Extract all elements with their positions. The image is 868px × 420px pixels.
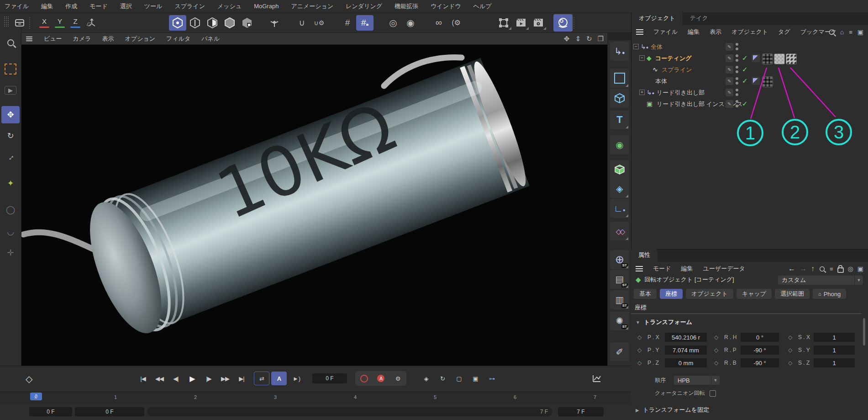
attr-filter-icon[interactable]: ≡	[830, 266, 833, 272]
sound-button[interactable]: ►	[289, 372, 304, 385]
volume-snap-button[interactable]	[610, 160, 629, 179]
keying-settings-button[interactable]: ⚙	[390, 372, 405, 385]
disabled-circle-tool-button[interactable]: ◯	[1, 201, 20, 218]
vp-menu-view[interactable]: ビュー	[44, 35, 62, 43]
quantize-toggle-button[interactable]: #🔒︎	[356, 15, 374, 31]
sz-field[interactable]: 1	[814, 358, 855, 367]
key-diamond-icon[interactable]: ◇	[714, 334, 718, 340]
py-field[interactable]: 7.074 mm	[665, 346, 707, 355]
next-key-button[interactable]: ▶▶	[217, 372, 233, 385]
maximize-view-icon[interactable]: ❐	[598, 35, 604, 43]
vp-menu-panel[interactable]: パネル	[201, 35, 220, 43]
menu-help[interactable]: ヘルプ	[473, 2, 492, 11]
quaternion-checkbox[interactable]	[710, 390, 716, 397]
autokey-record-button[interactable]: A	[373, 372, 389, 385]
order-dropdown[interactable]: HPB ▼	[674, 376, 720, 385]
axis-y-button[interactable]: Y	[52, 16, 68, 30]
menu-extensions[interactable]: 機能拡張	[395, 2, 418, 11]
workplane-mode-button[interactable]: ↳●	[610, 42, 629, 61]
zoom-tool-button[interactable]	[1, 34, 20, 51]
vp-menu-camera[interactable]: カメラ	[73, 35, 91, 43]
render-settings-button[interactable]	[530, 15, 547, 31]
pz-field[interactable]: 0 mm	[665, 358, 707, 367]
axis-lock-button[interactable]: ✛	[1, 244, 20, 261]
attr-menu-mode[interactable]: モード	[653, 265, 671, 273]
tweak-tool-button[interactable]: ✦	[1, 175, 20, 192]
polygons-mode-button[interactable]	[204, 15, 221, 31]
freeze-group-header[interactable]: ▶ トランスフォームを固定	[636, 406, 709, 414]
disabled-curve-tool-button[interactable]: ◡	[1, 223, 20, 240]
tab-coordinates[interactable]: 座標	[660, 289, 683, 299]
render-region-button[interactable]	[495, 15, 512, 31]
edges-mode-button[interactable]	[186, 15, 204, 31]
timeline-layout-button[interactable]	[589, 372, 605, 385]
sy-field[interactable]: 1	[814, 346, 855, 355]
live-selection-button[interactable]	[1, 60, 20, 78]
loop-start-field[interactable]: 0 F	[75, 407, 144, 416]
goto-end-button[interactable]: ▶|	[234, 372, 249, 385]
mirror-tool-button[interactable]: ◇◇	[610, 222, 629, 241]
axis-x-button[interactable]: X	[37, 16, 52, 30]
current-frame-field[interactable]: 0 F	[312, 373, 347, 383]
rb-field[interactable]: -90 °	[741, 358, 779, 367]
lock-icon[interactable]	[837, 267, 844, 273]
menu-tools[interactable]: ツール	[144, 2, 163, 11]
point-snap-button[interactable]: ◉	[610, 135, 629, 154]
polygon-snap-button[interactable]: ◈	[610, 179, 629, 198]
menu-file[interactable]: ファイル	[5, 2, 29, 11]
tab-object[interactable]: オブジェクト	[686, 289, 733, 299]
key-diamond-icon[interactable]: ◇	[788, 360, 792, 366]
dolly-view-icon[interactable]: ⇕	[575, 35, 581, 43]
enable-axis-button[interactable]	[266, 15, 283, 31]
goto-start-button[interactable]: |◀	[135, 372, 151, 385]
record-button[interactable]	[356, 372, 372, 385]
timeline-range-slider[interactable]: 7 F	[147, 407, 552, 416]
snap-enable-button[interactable]: ∪	[293, 15, 310, 31]
coordinate-system-button[interactable]	[83, 15, 100, 31]
record-scale-button[interactable]: ▢	[451, 372, 467, 385]
snap-settings-button[interactable]: ∪⚙	[310, 15, 328, 31]
key-diamond-icon[interactable]: ◇	[637, 360, 642, 366]
object-axis-mode-button[interactable]	[238, 15, 256, 31]
key-diamond-icon[interactable]: ◇	[788, 334, 792, 340]
axis-z-button[interactable]: Z	[68, 16, 83, 30]
sx-field[interactable]: 1	[814, 333, 855, 342]
preset-dropdown[interactable]: カスタム ▼	[778, 276, 863, 285]
modeling-settings-button[interactable]: ◉	[402, 15, 419, 31]
menu-animation[interactable]: アニメーション	[291, 2, 333, 11]
prev-frame-button[interactable]: ◀|	[168, 372, 184, 385]
rotate-tool-button[interactable]: ↻	[1, 127, 20, 144]
grid-toggle-button[interactable]: #	[339, 15, 356, 31]
attr-menu-edit[interactable]: 編集	[681, 265, 693, 273]
camera-snap-button[interactable]: ▥ST	[610, 290, 629, 309]
tab-selection[interactable]: 選択範囲	[775, 289, 810, 299]
scale-tool-button[interactable]: ↔	[1, 148, 20, 165]
key-diamond-icon[interactable]: ◇	[714, 347, 718, 353]
parent-up-icon[interactable]: ↑	[811, 265, 815, 273]
key-diamond-icon[interactable]: ◇	[637, 347, 642, 353]
interactive-render-button[interactable]	[553, 14, 573, 32]
light-snap-button[interactable]: ✺ST	[610, 311, 629, 330]
history-back-icon[interactable]: ←	[788, 265, 795, 273]
menu-spline[interactable]: スプライン	[174, 2, 205, 11]
render-to-viewer-button[interactable]	[512, 15, 530, 31]
menu-window[interactable]: ウインドウ	[431, 2, 461, 11]
menu-edit[interactable]: 編集	[41, 2, 53, 11]
modeling-circle-button[interactable]: ◎	[384, 15, 402, 31]
rectangle-primitive-button[interactable]	[610, 69, 629, 88]
pen-tool-button[interactable]: ✐	[610, 342, 629, 362]
key-diamond-icon[interactable]: ◇	[637, 334, 642, 340]
attr-search-icon[interactable]	[820, 266, 825, 271]
attr-popout-icon[interactable]: ▣	[857, 265, 863, 272]
timeline-ruler[interactable]	[0, 392, 631, 405]
attr-hamburger-icon[interactable]	[636, 268, 643, 269]
3d-viewport[interactable]: 10KΩ	[21, 45, 607, 366]
viewport-hamburger-icon[interactable]	[26, 38, 32, 39]
tab-basic[interactable]: 基本	[634, 289, 657, 299]
menu-select[interactable]: 選択	[120, 2, 132, 11]
model-mode-button[interactable]	[221, 15, 238, 31]
film-snap-button[interactable]: ▤ST	[610, 270, 629, 289]
target-icon[interactable]: ◎	[848, 265, 853, 272]
autokey-button[interactable]: A	[271, 372, 287, 385]
tab-phong[interactable]: ⌂Phong	[813, 289, 846, 299]
